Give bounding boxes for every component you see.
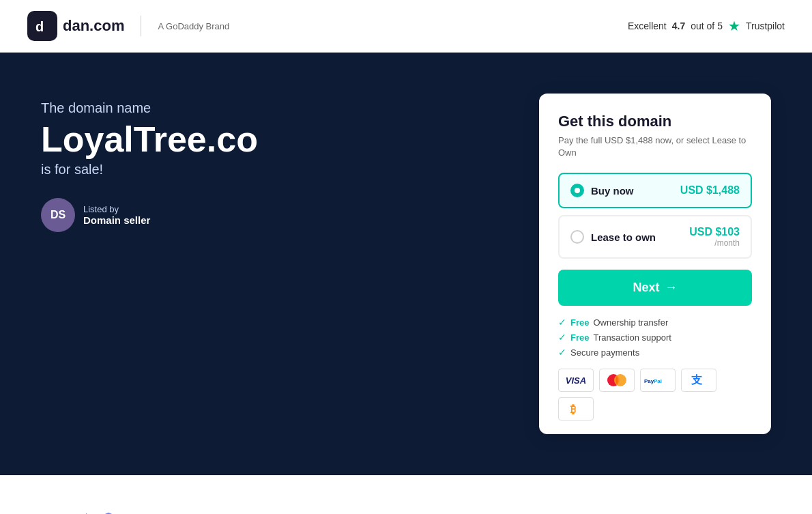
- benefit-1-free: Free: [570, 317, 589, 328]
- svg-text:Pay: Pay: [644, 378, 654, 384]
- lease-period: /month: [689, 238, 740, 248]
- buy-now-left: Buy now: [570, 184, 634, 197]
- godaddy-label: A GoDaddy Brand: [158, 21, 229, 31]
- next-arrow-icon: →: [665, 281, 678, 295]
- card-title: Get this domain: [558, 113, 752, 130]
- lease-option[interactable]: Lease to own USD $103 /month: [558, 215, 752, 259]
- header-left: d dan.com A GoDaddy Brand: [27, 11, 229, 41]
- trustpilot-label: Trustpilot: [746, 20, 785, 31]
- trustpilot-score: 4.7: [672, 20, 685, 31]
- payment-paypal-icon: Pay Pal: [640, 369, 676, 392]
- hero-subtitle: The domain name: [41, 100, 258, 116]
- buy-now-radio: [570, 184, 584, 197]
- payment-visa-icon: VISA: [558, 369, 594, 392]
- check-icon-2: ✓: [558, 332, 566, 343]
- payment-alipay-icon: 支: [681, 369, 716, 392]
- hassle-free-icon-wrap: ✦ ✦ ✦: [394, 503, 455, 514]
- benefits-list: ✓ Free Ownership transfer ✓ Free Transac…: [558, 317, 752, 358]
- seller-avatar: DS: [41, 198, 75, 232]
- trustpilot-out-of: out of 5: [691, 20, 723, 31]
- buy-now-label: Buy now: [591, 185, 634, 197]
- next-button[interactable]: Next →: [558, 270, 752, 306]
- dan-logo-text: dan.com: [63, 17, 124, 35]
- trustpilot-area: Excellent 4.7 out of 5 ★ Trustpilot: [628, 18, 785, 34]
- buyer-protection-icon-wrap: ✦ ✦ ✦: [78, 503, 139, 514]
- payment-icons: VISA Pay Pal 支: [558, 369, 752, 420]
- hero-left: The domain name LoyalTree.co is for sale…: [41, 94, 258, 232]
- check-icon-3: ✓: [558, 347, 566, 358]
- benefit-2-free: Free: [570, 332, 589, 343]
- dan-logo[interactable]: d dan.com: [27, 11, 124, 41]
- card-subtitle: Pay the full USD $1,488 now, or select L…: [558, 134, 752, 159]
- lease-radio: [570, 230, 584, 244]
- site-header: d dan.com A GoDaddy Brand Excellent 4.7 …: [0, 0, 812, 53]
- trustpilot-prefix: Excellent: [628, 20, 667, 31]
- hero-domain: LoyalTree.co: [41, 120, 258, 159]
- seller-info: Listed by Domain seller: [83, 204, 150, 226]
- payment-bitcoin-icon: ₿: [558, 397, 594, 420]
- check-icon-1: ✓: [558, 317, 566, 328]
- seller-name: Domain seller: [83, 214, 150, 226]
- benefit-transaction: ✓ Free Transaction support: [558, 332, 752, 343]
- hero-forsale: is for sale!: [41, 162, 258, 177]
- purchase-card: Get this domain Pay the full USD $1,488 …: [539, 94, 771, 434]
- next-label: Next: [633, 281, 659, 295]
- buy-now-price: USD $1,488: [680, 184, 740, 197]
- header-divider: [141, 16, 141, 36]
- hero-section: The domain name LoyalTree.co is for sale…: [0, 53, 812, 475]
- payment-mastercard-icon: [599, 369, 635, 392]
- svg-text:₿: ₿: [570, 403, 576, 415]
- features-section: ✦ ✦ ✦ Buyer Protection program: [0, 475, 812, 514]
- feature-fast-transfers: ✦ ✦ ✦ Fast & easy transfers: [217, 503, 328, 514]
- benefit-1-text: Ownership transfer: [593, 317, 668, 328]
- benefit-ownership: ✓ Free Ownership transfer: [558, 317, 752, 328]
- dan-logo-icon: d: [27, 11, 57, 41]
- lease-label: Lease to own: [591, 231, 656, 243]
- feature-hassle-free: ✦ ✦ ✦ Hassle free payments: [368, 503, 481, 514]
- svg-text:Pal: Pal: [654, 378, 662, 384]
- trustpilot-star-icon: ★: [728, 18, 740, 34]
- feature-buyer-protection: ✦ ✦ ✦ Buyer Protection program: [41, 503, 176, 514]
- benefit-2-text: Transaction support: [593, 332, 671, 343]
- buy-now-option[interactable]: Buy now USD $1,488: [558, 173, 752, 208]
- lease-price-wrap: USD $103 /month: [689, 226, 740, 248]
- lease-price: USD $103: [689, 226, 740, 238]
- svg-text:支: 支: [691, 374, 703, 386]
- fast-transfers-icon-wrap: ✦ ✦ ✦: [242, 503, 303, 514]
- benefit-secure: ✓ Secure payments: [558, 347, 752, 358]
- seller-listed-by: Listed by: [83, 204, 150, 214]
- lease-left: Lease to own: [570, 230, 656, 244]
- svg-text:d: d: [35, 19, 44, 34]
- benefit-3-text: Secure payments: [570, 347, 639, 358]
- seller-badge: DS Listed by Domain seller: [41, 198, 258, 232]
